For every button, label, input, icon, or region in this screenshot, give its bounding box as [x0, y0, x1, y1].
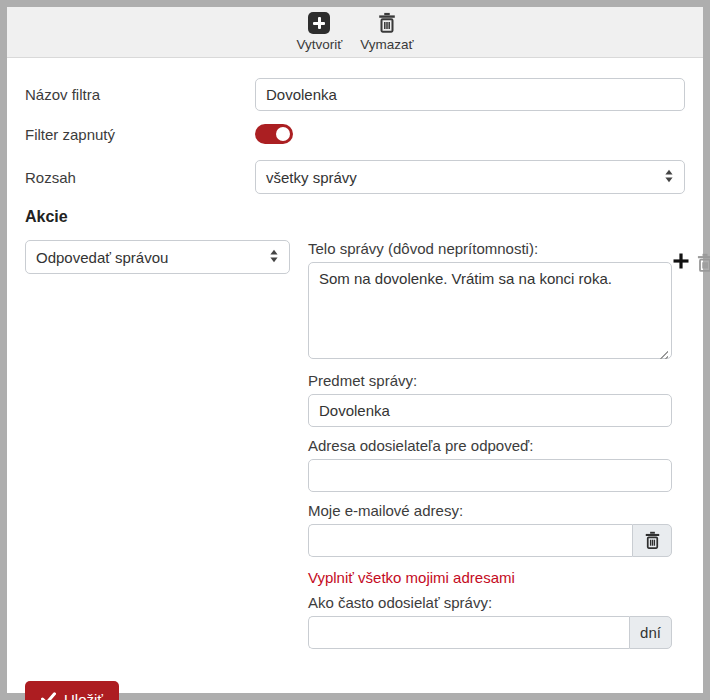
action-fields: Telo správy (dôvod neprítomnosti): Som n…	[308, 240, 672, 649]
filter-enabled-toggle[interactable]	[255, 124, 293, 144]
toggle-knob-icon	[276, 127, 290, 141]
subject-label: Predmet správy:	[308, 372, 672, 389]
select-arrows-icon	[664, 169, 674, 186]
body-label: Telo správy (dôvod neprítomnosti):	[308, 240, 672, 257]
filter-name-input[interactable]	[255, 78, 685, 111]
clear-addresses-button[interactable]	[632, 524, 672, 557]
my-addresses-group	[308, 524, 672, 557]
plus-icon	[308, 12, 330, 34]
my-addresses-input[interactable]	[308, 524, 632, 557]
body-textarea-wrap: Som na dovolenke. Vrátim sa na konci rok…	[308, 262, 672, 363]
my-addresses-label: Moje e-mailové adresy:	[308, 502, 672, 519]
trash-icon	[695, 253, 710, 273]
filter-name-label: Názov filtra	[25, 86, 255, 103]
reply-address-label: Adresa odosielateľa pre odpoveď:	[308, 437, 672, 454]
scope-select-value: všetky správy	[266, 169, 357, 186]
plus-icon	[672, 252, 690, 273]
action-type-select[interactable]: Odpovedať správou	[25, 240, 290, 274]
create-button-label: Vytvoriť	[296, 37, 342, 52]
action-icon-buttons	[672, 240, 710, 273]
trash-icon	[376, 12, 398, 34]
action-type-select-value: Odpovedať správou	[36, 249, 168, 266]
body-textarea[interactable]: Som na dovolenke. Vrátim sa na konci rok…	[308, 262, 672, 359]
save-button[interactable]: Uložiť	[25, 681, 119, 700]
scope-row: Rozsah všetky správy	[25, 160, 685, 194]
toolbar: Vytvoriť Vymazať	[7, 7, 703, 58]
frequency-label: Ako často odosielať správy:	[308, 594, 672, 611]
scope-label: Rozsah	[25, 169, 255, 186]
create-button[interactable]: Vytvoriť	[294, 12, 344, 52]
frequency-input[interactable]	[308, 616, 629, 649]
action-row: Odpovedať správou Telo správy (dôvod nep…	[25, 240, 685, 649]
fill-with-my-addresses-link[interactable]: Vyplniť všetko mojimi adresami	[308, 569, 672, 586]
filter-name-row: Názov filtra	[25, 78, 685, 111]
subject-input[interactable]	[308, 394, 672, 427]
save-button-label: Uložiť	[64, 691, 103, 700]
filter-enabled-label: Filter zapnutý	[25, 126, 255, 143]
filter-enabled-row: Filter zapnutý	[25, 124, 685, 144]
frequency-group: dní	[308, 616, 672, 649]
frequency-unit-addon: dní	[629, 616, 672, 649]
filter-form: Názov filtra Filter zapnutý Rozsah všetk…	[7, 58, 703, 700]
delete-button[interactable]: Vymazať	[358, 12, 415, 52]
scope-select[interactable]: všetky správy	[255, 160, 685, 194]
delete-button-label: Vymazať	[360, 37, 413, 52]
trash-icon	[643, 531, 662, 550]
remove-action-button[interactable]	[695, 253, 710, 273]
subject-field-block	[308, 394, 672, 427]
filter-editor-window: Vytvoriť Vymazať Názov filtra Filter z	[0, 0, 710, 700]
reply-address-field-block	[308, 459, 672, 492]
actions-heading: Akcie	[25, 208, 685, 226]
reply-address-input[interactable]	[308, 459, 672, 492]
check-icon	[41, 691, 56, 700]
add-action-button[interactable]	[672, 252, 690, 273]
select-arrows-icon	[269, 249, 279, 266]
